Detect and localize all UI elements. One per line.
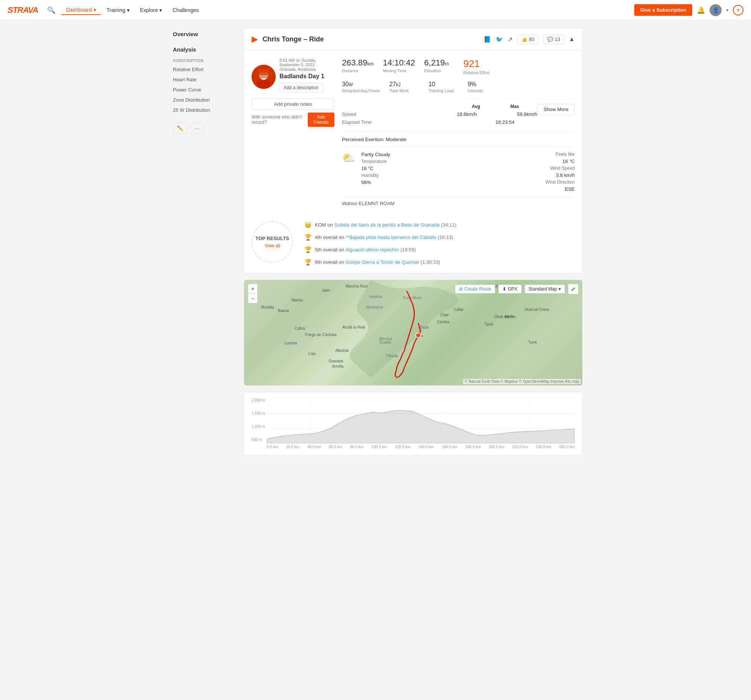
x-label: 100.0 km	[371, 445, 387, 449]
training-load-label: Training Load	[429, 88, 459, 93]
nav-item-training[interactable]: Training ▾	[102, 5, 134, 15]
sidebar-subscription-label: SUBSCRIPTION	[168, 56, 236, 64]
list-item: 👑 KOM on Subida del llano de la perdiz a…	[304, 221, 575, 228]
map-type-button[interactable]: Standard Map ▾	[525, 285, 565, 293]
subscription-button[interactable]: Give a Subscription	[634, 4, 692, 16]
activity-date: 8:01 AM on Sunday, September 5, 2021 · G…	[280, 58, 334, 71]
collapse-icon[interactable]: ▲	[569, 36, 575, 43]
activity-stats: 263.89km Distance 14:10:42 Moving Time 6…	[342, 58, 575, 206]
elevation-label: Elevation	[424, 68, 454, 73]
svg-point-5	[257, 69, 270, 75]
add-notes-button[interactable]: Add private notes	[252, 99, 334, 109]
x-label: 220.0 km	[512, 445, 528, 449]
map-copyright: © Natural Earth Data © Mapbox © OpenStre…	[463, 379, 581, 384]
nav-item-challenges[interactable]: Challenges	[168, 5, 203, 15]
create-route-button[interactable]: ⊞ Create Route	[455, 285, 495, 293]
twitter-icon[interactable]: 🐦	[496, 36, 503, 43]
top-results-section: TOP RESULTS View all 👑 KOM on Subida del…	[244, 214, 582, 273]
feels-like-label: Feels like	[545, 152, 575, 157]
sidebar-item-overview[interactable]: Overview	[168, 28, 236, 40]
chevron-down-icon: ▾	[559, 287, 561, 291]
strava-logo[interactable]: STRAVA	[8, 5, 38, 15]
x-label: 140.0 km	[419, 445, 434, 449]
x-label: 200.0 km	[489, 445, 504, 449]
comments-count: 13	[555, 37, 560, 42]
speed-label: Speed	[342, 111, 356, 117]
x-label: 0.0 km	[267, 445, 278, 449]
map-container[interactable]: Jaén Mancha Real Huelma Martos Montejíca…	[244, 280, 582, 385]
main-content: ▶ Chris Tonge – Ride 📘 🐦 ↗ 👍 80 💬 13 ▲	[244, 28, 583, 461]
humidity-val: 56%	[361, 179, 390, 185]
weather-condition: Partly Cloudy	[361, 152, 390, 157]
svg-text:✦: ✦	[421, 334, 424, 338]
add-friends-button[interactable]: Add Friends	[308, 113, 334, 127]
add-description-button[interactable]: Add a description	[280, 83, 323, 93]
activity-name: Badlands Day 1	[280, 73, 334, 80]
activity-header: ▶ Chris Tonge – Ride 📘 🐦 ↗ 👍 80 💬 13 ▲	[244, 28, 582, 51]
share-icon[interactable]: ↗	[508, 36, 513, 43]
add-icon[interactable]: +	[733, 5, 743, 15]
x-label: 60.0 km	[329, 445, 342, 449]
avatar[interactable]: 👤	[709, 4, 722, 16]
weather-icon: ⛅	[342, 152, 355, 164]
view-all-link[interactable]: View all	[264, 243, 280, 248]
elevation-value: 6,219m	[424, 58, 454, 68]
stat-intensity: 9% Intensity	[468, 81, 498, 93]
zoom-out-button[interactable]: −	[248, 293, 258, 303]
show-more-button[interactable]: Show More	[537, 104, 575, 115]
total-work-value: 27kJ	[389, 81, 420, 88]
facebook-icon[interactable]: 📘	[484, 36, 491, 43]
training-load-value: 10	[429, 81, 459, 88]
result-link[interactable]: Alguaciíl-último repechín	[345, 247, 399, 253]
y-label: 1,500 m	[252, 411, 267, 415]
speed-avg: 18.6km/h	[447, 111, 477, 117]
result-link[interactable]: Subida del llano de la perdiz a Beas de …	[334, 222, 439, 228]
elapsed-avg: 16:23:54	[484, 119, 515, 125]
sidebar-item-relative-effort[interactable]: Relative Effort	[168, 64, 236, 74]
kudos-count: 80	[529, 37, 534, 42]
nav-right: Give a Subscription 🔔 👤 ▾ +	[634, 4, 743, 16]
zoom-in-button[interactable]: +	[248, 284, 258, 293]
sidebar-item-zone-distribution[interactable]: Zone Distribution	[168, 95, 236, 105]
moving-time-value: 14:10:42	[383, 58, 416, 68]
comments-button[interactable]: 💬 13	[543, 35, 564, 44]
comment-icon: 💬	[547, 37, 553, 42]
distance-label: Distance	[342, 68, 374, 73]
navigation: STRAVA 🔍 Dashboard ▾ Training ▾ Explore …	[0, 0, 751, 20]
wind-dir-val: ESE	[545, 186, 575, 192]
stat-total-work: 27kJ Total Work	[389, 81, 420, 93]
temperature-val: 16 °C	[361, 166, 390, 171]
trophy-icon: 🏆	[304, 246, 312, 253]
search-icon[interactable]: 🔍	[47, 6, 56, 14]
nav-item-explore[interactable]: Explore ▾	[136, 5, 167, 15]
weather-section: ⛅ Partly Cloudy Temperature 16 °C Humidi…	[342, 147, 575, 192]
svg-rect-2	[257, 80, 270, 89]
result-link[interactable]: Güejar-Sierra a Tocón de Quentar	[346, 259, 420, 265]
bell-icon[interactable]: 🔔	[697, 6, 705, 14]
expand-map-button[interactable]: ⤢	[568, 284, 578, 294]
total-work-label: Total Work	[389, 88, 420, 93]
trophy-icon: 🏆	[304, 259, 312, 266]
sidebar-item-power-curve[interactable]: Power Curve	[168, 85, 236, 95]
relative-effort-value: 921	[463, 58, 493, 69]
gpx-button[interactable]: ⬇ GPX	[498, 285, 521, 293]
top-results-title: TOP RESULTS	[255, 236, 289, 242]
sidebar-item-w-distribution[interactable]: 25 W Distribution	[168, 105, 236, 115]
nav-item-dashboard[interactable]: Dashboard ▾	[62, 5, 100, 15]
edit-button[interactable]: ✏️	[173, 123, 188, 134]
more-options-button[interactable]: ···	[190, 123, 203, 134]
page-layout: Overview Analysis SUBSCRIPTION Relative …	[168, 20, 583, 469]
user-menu-chevron[interactable]: ▾	[726, 8, 728, 13]
elapsed-max	[545, 119, 575, 125]
activity-card: ▶ Chris Tonge – Ride 📘 🐦 ↗ 👍 80 💬 13 ▲	[244, 28, 583, 274]
relative-effort-label: Relative Effort	[463, 70, 493, 75]
kudos-button[interactable]: 👍 80	[517, 35, 538, 44]
result-link[interactable]: **Bajada pista hasta barranco del Caball…	[346, 234, 437, 240]
feels-like-val: 16 °C	[545, 159, 575, 164]
elevation-y-labels: 2,000 m 1,500 m 1,000 m 500 m	[252, 398, 267, 443]
wind-dir-label: Wind Direction	[545, 179, 575, 185]
map-top-controls: ⊞ Create Route ⬇ GPX Standard Map ▾ ⤢	[455, 284, 578, 294]
sidebar-item-heart-rate[interactable]: Heart Rate	[168, 74, 236, 85]
distance-value: 263.89km	[342, 58, 374, 68]
table-headers: Avg Max	[342, 104, 537, 109]
